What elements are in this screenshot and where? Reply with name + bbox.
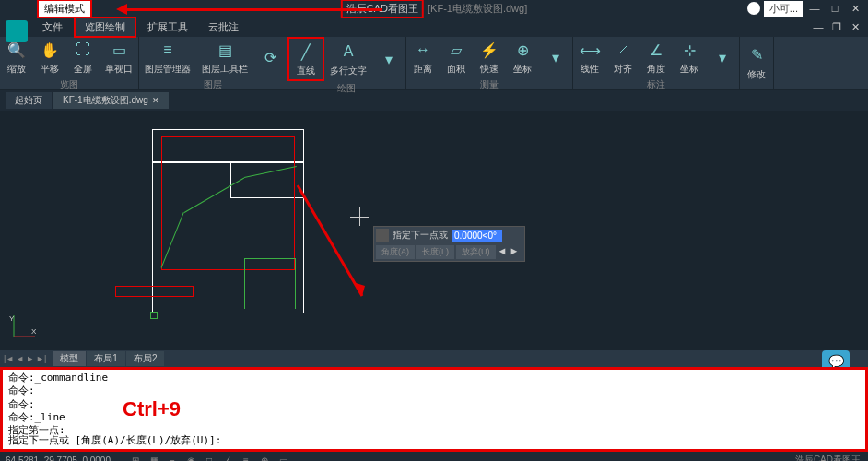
doc-close-button[interactable]: ✕ [850, 21, 861, 33]
input-prompt-text: 指定下一点或 [393, 229, 448, 242]
coordinate-input[interactable] [452, 230, 502, 242]
option-undo[interactable]: 放弃(U) [456, 245, 496, 259]
ribbon-icon: ▭ [108, 39, 130, 61]
ribbon-角度[interactable]: ∠角度 [639, 37, 673, 77]
ortho-toggle-icon[interactable]: ⌐ [166, 454, 179, 461]
layout-tab-model[interactable]: 模型 [53, 351, 86, 366]
maximize-button[interactable]: □ [829, 3, 840, 15]
ribbon-more[interactable]: ▾ [706, 37, 739, 77]
ucs-icon: YX [9, 313, 37, 341]
doc-minimize-button[interactable]: — [813, 21, 824, 33]
ribbon-平移[interactable]: ✋平移 [33, 37, 66, 77]
ribbon-more[interactable]: ⟳ [253, 37, 287, 77]
ribbon-图层工具栏[interactable]: ▤图层工具栏 [196, 37, 253, 77]
layout-last-icon[interactable]: ►| [36, 354, 46, 363]
polar-toggle-icon[interactable]: ◉ [184, 454, 197, 461]
snap-toggle-icon[interactable]: ⊞ [129, 454, 142, 461]
prev-icon[interactable]: ◄ [498, 245, 508, 259]
ribbon-坐标[interactable]: ⊹坐标 [673, 37, 706, 77]
osnap-toggle-icon[interactable]: □ [203, 454, 216, 461]
drawing-content [152, 129, 336, 323]
model-toggle-icon[interactable]: ▭ [276, 454, 289, 461]
annotation-arrow [120, 8, 382, 11]
brand-label: 浩辰CAD看图王 [795, 454, 861, 461]
ribbon-icon: ▾ [711, 46, 733, 68]
dyn-toggle-icon[interactable]: ⊕ [258, 454, 271, 461]
ribbon-icon: ⟷ [579, 39, 601, 61]
command-line-panel: 命令:_commandline命令:命令:命令:_line指定第一点: 指定下一… [0, 367, 868, 452]
ribbon-全屏[interactable]: ⛶全屏 [66, 37, 100, 77]
command-history-line: 命令: [8, 384, 860, 397]
ribbon-icon: ╱ [295, 41, 317, 63]
ribbon-icon: ▤ [214, 39, 236, 61]
document-name: [KF-1电缆敷设图.dwg] [428, 2, 527, 16]
ribbon-单视口[interactable]: ▭单视口 [100, 37, 138, 77]
ribbon-icon: ∠ [645, 39, 667, 61]
ribbon-对齐[interactable]: ⟋对齐 [606, 37, 639, 77]
menu-view-draw[interactable]: 览图绘制 [74, 17, 136, 38]
next-icon[interactable]: ► [509, 245, 519, 259]
menu-file[interactable]: 文件 [33, 18, 72, 36]
ribbon-多行文字[interactable]: A多行文字 [324, 37, 372, 81]
doc-tab[interactable]: KF-1电缆敷设图.dwg ✕ [53, 92, 169, 109]
minimize-button[interactable]: — [809, 3, 820, 15]
ribbon-快速[interactable]: ⚡快速 [473, 37, 506, 77]
user-avatar-icon[interactable] [747, 2, 760, 15]
command-prompt: 指定下一点或 [角度(A)/长度(L)/放弃(U)]: [8, 433, 221, 447]
svg-text:Y: Y [9, 314, 15, 323]
ribbon-icon: ▾ [378, 48, 400, 70]
crosshair-cursor [350, 207, 369, 226]
ribbon-icon: ⊕ [511, 39, 534, 61]
layout-tab-2[interactable]: 布局2 [126, 351, 165, 366]
edit-mode-badge: 编辑模式 [37, 0, 92, 18]
ribbon-线性[interactable]: ⟷线性 [573, 37, 606, 77]
ribbon-icon: ⛶ [72, 39, 94, 61]
ribbon-icon: ≡ [157, 39, 179, 61]
tab-close-icon[interactable]: ✕ [152, 96, 159, 105]
ribbon-more[interactable]: ▾ [372, 37, 405, 81]
ribbon-面积[interactable]: ▱面积 [440, 37, 473, 77]
command-history-line: 命令:_commandline [8, 372, 860, 384]
ribbon-icon: ✎ [745, 44, 768, 66]
drawing-canvas[interactable]: 指定下一点或 角度(A) 长度(L) 放弃(U) ◄► YX 💬协作 [0, 111, 868, 350]
menu-cloud-annot[interactable]: 云批注 [199, 18, 248, 36]
ribbon-more[interactable]: ▾ [539, 37, 572, 77]
ribbon-修改[interactable]: ✎修改 [740, 37, 773, 88]
app-logo-icon[interactable] [6, 20, 28, 42]
ribbon-坐标[interactable]: ⊕坐标 [506, 37, 539, 77]
ribbon-icon: A [337, 41, 359, 63]
layout-first-icon[interactable]: |◄ [4, 354, 14, 363]
lweight-toggle-icon[interactable]: ≡ [240, 454, 252, 461]
close-button[interactable]: ✕ [850, 3, 861, 15]
pencil-icon [376, 229, 389, 242]
ribbon-距离[interactable]: ↔距离 [406, 37, 440, 77]
user-name[interactable]: 小可... [764, 1, 803, 17]
ribbon-icon: ▾ [545, 46, 567, 68]
ribbon-直线[interactable]: ╱直线 [287, 37, 324, 81]
otrack-toggle-icon[interactable]: ∠ [221, 454, 234, 461]
doc-tab[interactable]: 起始页 [6, 92, 52, 109]
ribbon-icon: ↔ [412, 39, 434, 61]
doc-restore-button[interactable]: ❐ [831, 21, 842, 33]
svg-marker-5 [353, 282, 365, 296]
ribbon-icon: ▱ [445, 39, 467, 61]
layout-prev-icon[interactable]: ◄ [16, 354, 24, 363]
ribbon-icon: ⊹ [678, 39, 700, 61]
ribbon-icon: ⟳ [259, 46, 281, 68]
shortcut-overlay: Ctrl+9 [123, 397, 181, 421]
coordinates-readout: 64.5281, 29.7705, 0.0000 [6, 455, 111, 462]
menu-ext-tools[interactable]: 扩展工具 [138, 18, 197, 36]
ribbon-缩放[interactable]: 🔍缩放 [0, 37, 33, 77]
layout-tab-1[interactable]: 布局1 [87, 351, 125, 366]
ribbon-icon: ✋ [39, 39, 61, 61]
ribbon-图层管理器[interactable]: ≡图层管理器 [139, 37, 196, 77]
ribbon-icon: ⟋ [612, 39, 634, 61]
layout-next-icon[interactable]: ► [26, 354, 34, 363]
dynamic-input-popup: 指定下一点或 角度(A) 长度(L) 放弃(U) ◄► [373, 226, 525, 262]
option-angle[interactable]: 角度(A) [376, 245, 415, 259]
command-input[interactable] [225, 433, 860, 447]
grid-toggle-icon[interactable]: ▦ [147, 454, 160, 461]
option-length[interactable]: 长度(L) [416, 245, 454, 259]
svg-text:X: X [31, 327, 37, 336]
ribbon-icon: ⚡ [478, 39, 500, 61]
